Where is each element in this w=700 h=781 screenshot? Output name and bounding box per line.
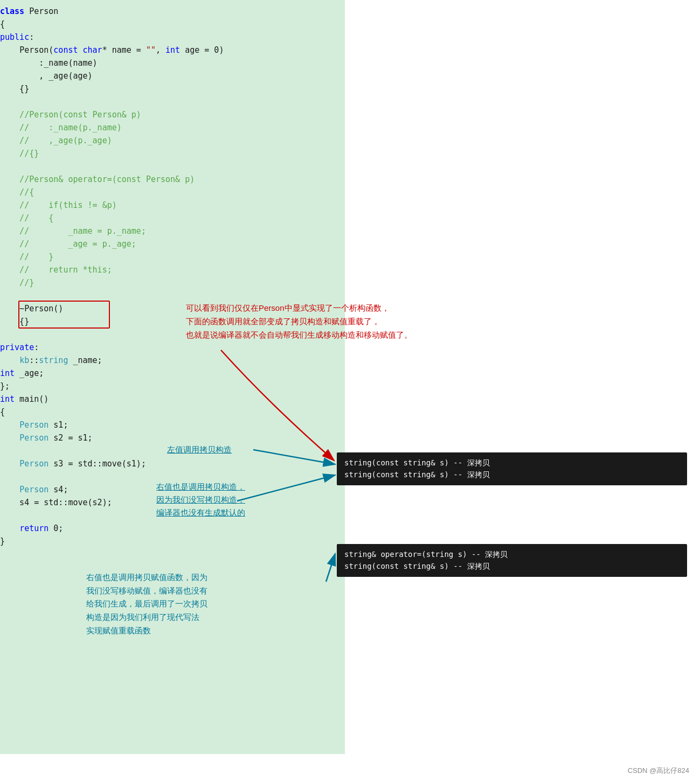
code-line-27: private: — [0, 341, 345, 354]
code-line-22: //} — [0, 277, 345, 290]
code-line-15: //{ — [0, 186, 345, 199]
lvalue-annotation: 左值调用拷贝构造 — [167, 443, 232, 456]
code-line-19: // _age = p._age; — [0, 238, 345, 251]
code-line-9: //Person(const Person& p) — [0, 109, 345, 122]
code-line-21: // return *this; — [0, 264, 345, 277]
code-line-7: {} — [0, 83, 345, 96]
code-line-5: :_name(name) — [0, 57, 345, 70]
code-line-17: // { — [0, 212, 345, 225]
code-line-29: int _age; — [0, 367, 345, 380]
terminal-line-3: string& operator=(string s) -- 深拷贝 — [344, 548, 680, 560]
code-line-28: kb::string _name; — [0, 354, 345, 367]
code-line-12: //{} — [0, 148, 345, 161]
terminal-line-4: string(const string& s) -- 深拷贝 — [344, 560, 680, 572]
terminal-line-2: string(const string& s) -- 深拷贝 — [344, 469, 680, 480]
code-line-42: } — [0, 535, 345, 548]
rvalue-annotation: 右值也是调用拷贝构造， 因为我们没写拷贝构造， 编译器也没有生成默认的 — [156, 481, 245, 520]
code-line-13 — [0, 161, 345, 173]
code-line-2: { — [0, 18, 345, 31]
terminal-box-1: string(const string& s) -- 深拷贝 string(co… — [337, 452, 687, 485]
code-line-32: { — [0, 406, 345, 419]
code-line-36: Person s3 = std::move(s1); — [0, 458, 345, 471]
terminal-line-1: string(const string& s) -- 深拷贝 — [344, 457, 680, 469]
terminal-box-2: string& operator=(string s) -- 深拷贝 strin… — [337, 544, 687, 577]
code-line-23 — [0, 290, 345, 303]
code-line-8 — [0, 96, 345, 109]
code-line-41: return 0; — [0, 522, 345, 535]
code-line-4: Person(const char* name = "", int age = … — [0, 44, 345, 57]
watermark: CSDN @高比仔824 — [628, 766, 689, 776]
code-area: class Person { public: Person(const char… — [0, 0, 345, 754]
code-line-10: // :_name(p._name) — [0, 122, 345, 135]
code-line-31: int main() — [0, 393, 345, 406]
code-line-30: }; — [0, 380, 345, 393]
code-line-33: Person s1; — [0, 419, 345, 432]
code-line-20: // } — [0, 251, 345, 264]
code-line-1: class Person — [0, 5, 345, 18]
code-line-14: //Person& operator=(const Person& p) — [0, 173, 345, 186]
destructor-annotation: 可以看到我们仅仅在Person中显式实现了一个析构函数， 下面的函数调用就全部变… — [186, 302, 520, 341]
rvalue-assign-annotation: 右值也是调用拷贝赋值函数，因为 我们没写移动赋值，编译器也没有 给我们生成，最后… — [86, 571, 207, 637]
code-line-3: public: — [0, 31, 345, 44]
code-line-11: // ,_age(p._age) — [0, 135, 345, 148]
code-line-18: // _name = p._name; — [0, 225, 345, 238]
code-line-16: // if(this != &p) — [0, 199, 345, 212]
code-line-6: , _age(age) — [0, 70, 345, 83]
